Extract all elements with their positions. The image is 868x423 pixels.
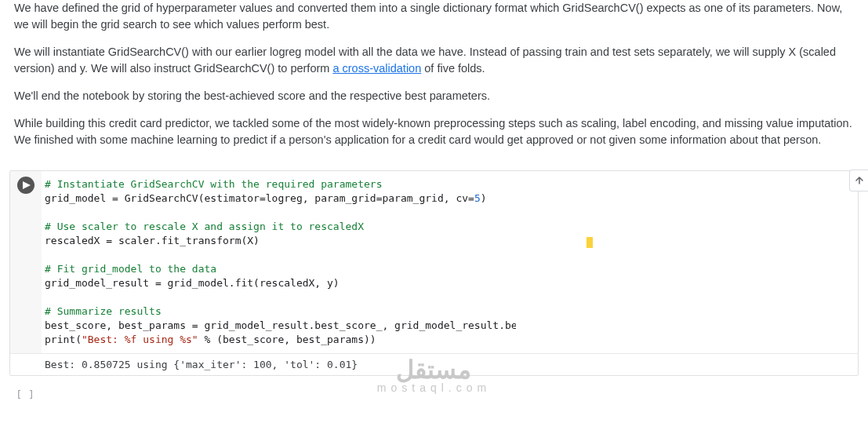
cross-validation-link[interactable]: a cross-validation [332, 62, 421, 75]
paragraph: We have defined the grid of hyperparamet… [14, 0, 854, 33]
code-editor[interactable]: # Instantiate GridSearchCV with the requ… [42, 171, 516, 353]
empty-code-cell[interactable]: [ ] [9, 384, 859, 400]
paragraph: We'll end the notebook by storing the be… [14, 88, 854, 104]
cell-output-text: Best: 0.850725 using {'max_iter': 100, '… [10, 353, 858, 375]
markdown-text: We have defined the grid of hyperparamet… [0, 0, 868, 170]
highlight-mark [587, 237, 593, 248]
scroll-top-button[interactable] [849, 170, 868, 191]
play-icon [23, 181, 31, 189]
arrow-up-icon [855, 176, 864, 185]
paragraph: We will instantiate GridSearchCV() with … [14, 44, 854, 77]
run-button[interactable] [17, 177, 35, 194]
paragraph: While building this credit card predicto… [14, 115, 854, 148]
code-cell: # Instantiate GridSearchCV with the requ… [9, 170, 859, 376]
cell-gutter [10, 171, 42, 353]
execution-count: [ ] [16, 388, 34, 400]
empty-cell-gutter: [ ] [9, 384, 41, 400]
cell-output-side [516, 171, 858, 353]
